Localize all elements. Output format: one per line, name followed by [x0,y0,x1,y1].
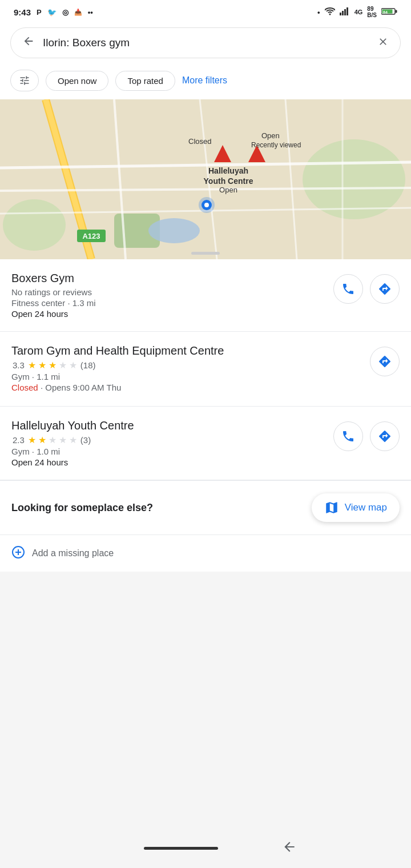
status-4g: 4G [354,9,363,15]
result-status-0: Open 24 hours [11,309,327,319]
map-drag-handle[interactable] [191,252,220,255]
directions-button-0[interactable] [370,274,400,304]
svg-text:Youth Centre: Youth Centre [204,176,253,186]
back-button[interactable] [22,35,35,51]
svg-rect-1 [342,11,344,15]
svg-text:Closed: Closed [188,137,211,146]
result-category-distance-0: Fitness center · 1.3 mi [11,298,327,308]
svg-rect-5 [396,10,397,13]
star-3-tarom: ★ [49,360,57,371]
svg-point-32 [204,203,209,207]
status-signal-icon [340,7,350,17]
status-p-icon: P [37,8,42,17]
result-name-tarom-gym: Tarom Gym and Health Equipment Centre [11,344,363,357]
home-indicator[interactable] [144,847,218,850]
svg-rect-3 [346,7,348,15]
status-bar: 9:43 P 🐦 ◎ 📥 •• • 4G 89B/S 84 [0,0,411,22]
star-5-halleluyah: ★ [69,435,77,445]
status-hours-1: · Opens 9:00 AM Thu [41,383,121,392]
search-bar-container: Ilorin: Boxers gym [0,22,411,65]
map-area[interactable]: A123 Closed Open Recently viewed Hallelu… [0,99,411,259]
result-category-distance-2: Gym · 1.0 mi [11,447,327,456]
search-bar[interactable]: Ilorin: Boxers gym [10,27,401,58]
clear-button[interactable] [377,36,389,50]
star-1-halleluyah: ★ [28,435,36,445]
svg-text:Recently viewed: Recently viewed [251,141,301,149]
status-right: • 4G 89B/S 84 [317,6,397,18]
phone-button-2[interactable] [333,421,363,451]
svg-text:Halleluyah: Halleluyah [208,166,248,175]
svg-text:Open: Open [219,186,237,194]
add-place-text: Add a missing place [32,548,114,558]
svg-text:84: 84 [383,10,388,14]
result-name-halleluyah: Halleluyah Youth Centre [11,419,327,432]
add-place-row[interactable]: Add a missing place [0,535,411,572]
view-map-label: View map [345,502,387,513]
star-4-tarom: ★ [59,360,67,371]
result-name-boxers-gym: Boxers Gym [11,272,327,285]
result-no-ratings: No ratings or reviews [11,287,327,297]
status-download-icon: 📥 [74,9,82,16]
status-dot: • [317,8,320,17]
nav-bar [0,831,411,868]
more-filters-button[interactable]: More filters [182,75,227,86]
open-now-chip[interactable]: Open now [46,71,108,91]
svg-point-10 [3,199,66,251]
review-count-tarom: (18) [80,360,96,370]
looking-text: Looking for someplace else? [11,502,153,514]
phone-button-0[interactable] [333,274,363,304]
status-more-icon: •• [88,8,93,17]
star-5-tarom: ★ [69,360,77,371]
stars-row-halleluyah: 2.3 ★ ★ ★ ★ ★ (3) [11,435,327,445]
result-status-2: Open 24 hours [11,457,327,467]
result-info-halleluyah: Halleluyah Youth Centre 2.3 ★ ★ ★ ★ ★ (3… [11,419,327,467]
svg-text:A123: A123 [82,232,100,240]
filter-row: Open now Top rated More filters [0,65,411,99]
add-place-icon [11,545,25,561]
filter-icon-button[interactable] [10,70,39,91]
stars-row-tarom: 3.3 ★ ★ ★ ★ ★ (18) [11,360,363,371]
svg-rect-0 [340,13,341,15]
closed-label-1: Closed [11,383,38,392]
star-1-tarom: ★ [28,360,36,371]
result-item-halleluyah[interactable]: Halleluyah Youth Centre 2.3 ★ ★ ★ ★ ★ (3… [0,407,411,480]
status-left: 9:43 P 🐦 ◎ 📥 •• [14,7,93,17]
directions-button-2[interactable] [370,421,400,451]
star-2-halleluyah: ★ [38,435,46,445]
svg-text:Open: Open [261,131,280,140]
star-2-tarom: ★ [38,360,46,371]
result-info-tarom-gym: Tarom Gym and Health Equipment Centre 3.… [11,344,363,393]
result-category-distance-1: Gym · 1.1 mi [11,372,363,381]
result-status-1: Closed · Opens 9:00 AM Thu [11,383,363,392]
star-3-halleluyah: ★ [49,435,57,445]
status-ring-icon: ◎ [62,8,68,17]
review-count-halleluyah: (3) [80,435,91,445]
svg-point-9 [303,139,405,219]
result-actions-0 [327,272,400,304]
svg-rect-2 [344,9,346,15]
star-4-halleluyah: ★ [59,435,67,445]
result-actions-1 [363,344,400,376]
results-list: Boxers Gym No ratings or reviews Fitness… [0,259,411,480]
bottom-section: Looking for someplace else? View map [0,480,411,535]
view-map-button[interactable]: View map [312,493,400,522]
back-nav-button[interactable] [282,839,297,857]
top-rated-chip[interactable]: Top rated [115,71,175,91]
svg-point-12 [148,218,200,243]
result-info-boxers-gym: Boxers Gym No ratings or reviews Fitness… [11,272,327,319]
result-item-tarom-gym[interactable]: Tarom Gym and Health Equipment Centre 3.… [0,332,411,407]
status-twitter-icon: 🐦 [47,8,57,17]
result-item-boxers-gym[interactable]: Boxers Gym No ratings or reviews Fitness… [0,259,411,332]
status-wifi-icon [325,7,335,17]
rating-value-tarom: 3.3 [13,360,25,370]
result-actions-2 [327,419,400,451]
search-query: Ilorin: Boxers gym [43,37,369,49]
status-time: 9:43 [14,7,31,17]
directions-button-1[interactable] [370,347,400,376]
status-battery-icon: 84 [381,7,397,17]
looking-row: Looking for someplace else? View map [11,493,400,522]
rating-value-halleluyah: 2.3 [13,435,25,445]
status-speed: 89B/S [367,6,377,18]
